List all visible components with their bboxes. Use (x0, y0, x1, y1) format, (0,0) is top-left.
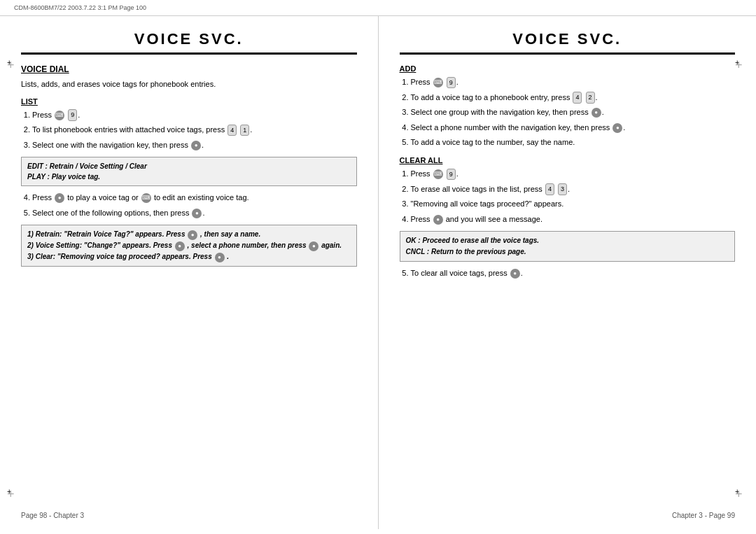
key-3-c: 3 (558, 183, 567, 195)
intro-text: Lists, adds, and erases voice tags for p… (21, 78, 357, 90)
clear-item-2: To erase all voice tags in the list, pre… (411, 183, 736, 196)
ok-btn-3: ● (192, 209, 202, 218)
clear-item-3: "Removing all voice tags proceed?" appea… (411, 198, 736, 211)
ok-line1: OK : Proceed to erase all the voice tags… (406, 235, 729, 246)
list-item-4: Press ● to play a voice tag or ⌨ to edit… (32, 192, 357, 204)
ok-btn-c2: ● (510, 269, 520, 279)
menu-btn-c: ⌨ (433, 169, 443, 179)
clear-all-section: CLEAR ALL Press ⌨ 9. To erase all voice … (400, 156, 736, 280)
clear-step-5: To clear all voice tags, press ●. (400, 267, 736, 280)
ok-btn-2: ● (55, 193, 64, 203)
info-box: EDIT : Retrain / Voice Setting / Clear P… (21, 157, 357, 186)
key-2-r: 2 (586, 92, 595, 103)
list-item: Select one with the navigation key, then… (32, 139, 357, 152)
ok-mini-btn2: ● (175, 241, 185, 251)
voice-dial-heading: VOICE DIAL (21, 64, 357, 74)
ok-btn-r2: ● (612, 123, 622, 133)
ok-btn-c: ● (433, 215, 443, 225)
ok-btn: ● (191, 141, 201, 150)
add-steps: Press ⌨ 9. To add a voice tag to a phone… (400, 76, 736, 149)
left-footer: Page 98 - Chapter 3 (0, 512, 378, 519)
ok-box: OK : Proceed to erase all the voice tags… (400, 231, 736, 262)
option-3: 3) Clear: "Removing voice tag proceed? a… (27, 251, 351, 262)
right-page-num: Chapter 3 - Page 99 (672, 512, 735, 519)
info-line1: EDIT : Retrain / Voice Setting / Clear (27, 161, 351, 171)
list-steps-cont: Press ● to play a voice tag or ⌨ to edit… (21, 192, 357, 219)
key-1: 1 (240, 125, 249, 136)
key-4-r: 4 (573, 92, 582, 103)
list-subheading: LIST (21, 97, 357, 106)
info-line2: PLAY : Play voice tag. (27, 171, 351, 182)
right-footer: Chapter 3 - Page 99 (379, 512, 757, 519)
left-page-num: Page 98 - Chapter 3 (21, 512, 84, 519)
ok-mini-btn4: ● (215, 253, 225, 262)
crosshair-top-right: + (735, 58, 749, 72)
key-9-r: 9 (447, 77, 456, 88)
option-2: 2) Voice Setting: "Change?" appears. Pre… (27, 240, 351, 251)
ok-line2: CNCL : Return to the previous page. (406, 246, 729, 258)
add-item-3: Select one group with the navigation key… (411, 106, 736, 119)
add-heading: ADD (400, 64, 736, 73)
options-box: 1) Retrain: "Retrain Voice Tag?" appears… (21, 225, 357, 267)
clear-item-1: Press ⌨ 9. (411, 168, 736, 181)
add-item-2: To add a voice tag to a phonebook entry,… (411, 92, 736, 104)
ok-btn-r: ● (592, 108, 601, 118)
key-4-c: 4 (545, 183, 554, 195)
key-9-c: 9 (447, 169, 456, 180)
ok-mini-btn3: ● (309, 241, 318, 251)
key-9: 9 (68, 109, 77, 120)
list-item: Press ⌨ 9. (32, 109, 357, 122)
list-steps: Press ⌨ 9. To list phonebook entries wit… (21, 109, 357, 152)
ok-mini-btn: ● (188, 230, 197, 240)
left-page-title: VOICE SVC. (21, 30, 357, 55)
menu-btn-r: ⌨ (433, 78, 443, 87)
list-item-5: Select one of the following options, the… (32, 207, 357, 220)
crosshair-bottom-right: + (735, 487, 749, 501)
left-page: + + VOICE SVC. VOICE DIAL Lists, adds, a… (0, 16, 379, 529)
right-page-title: VOICE SVC. (400, 30, 736, 55)
add-item-1: Press ⌨ 9. (411, 76, 736, 89)
page-header: CDM-8600BM7/22 2003.7.22 3:1 PM Page 100 (0, 0, 756, 16)
right-page: + + VOICE SVC. ADD Press ⌨ 9. To add a v… (379, 16, 757, 529)
add-item-5: To add a voice tag to the number, say th… (411, 136, 736, 149)
crosshair-top-left: + (7, 58, 21, 72)
edit-btn: ⌨ (141, 193, 151, 203)
clear-steps: Press ⌨ 9. To erase all voice tags in th… (400, 168, 736, 225)
option-1: 1) Retrain: "Retrain Voice Tag?" appears… (27, 229, 351, 240)
clear-item-5: To clear all voice tags, press ●. (411, 267, 736, 280)
add-item-4: Select a phone number with the navigatio… (411, 122, 736, 134)
clear-all-heading: CLEAR ALL (400, 156, 736, 164)
clear-item-4: Press ● and you will see a message. (411, 213, 736, 226)
key-4: 4 (227, 125, 237, 136)
menu-btn: ⌨ (55, 111, 64, 120)
crosshair-bottom-left: + (7, 487, 21, 501)
list-item: To list phonebook entries with attached … (32, 124, 357, 136)
